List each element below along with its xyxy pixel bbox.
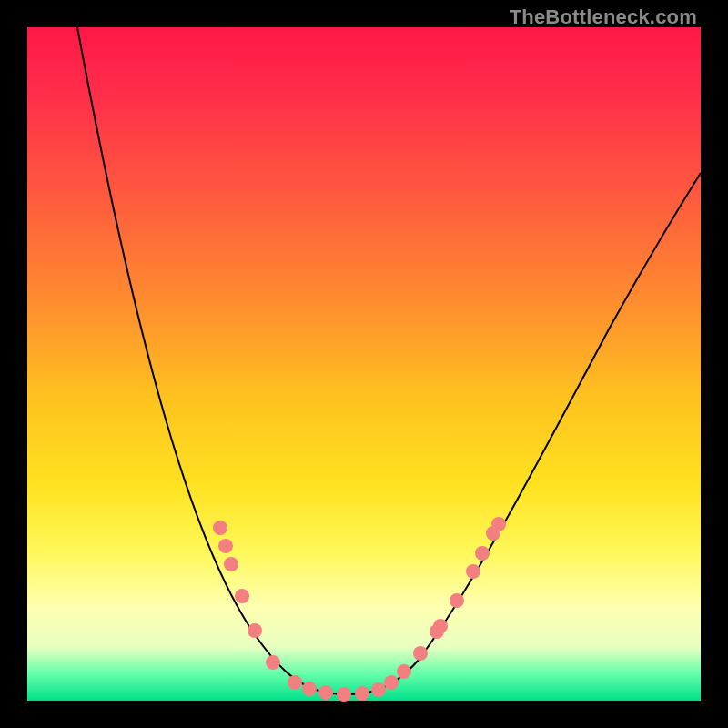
- data-marker: [466, 564, 480, 579]
- data-marker: [475, 546, 490, 561]
- plot-area: [27, 27, 701, 701]
- watermark-text: TheBottleneck.com: [510, 5, 697, 29]
- data-marker: [491, 517, 506, 531]
- data-marker: [213, 521, 228, 535]
- data-marker: [248, 623, 262, 638]
- curve-layer: [27, 27, 701, 701]
- data-marker: [355, 686, 369, 701]
- data-marker: [413, 646, 428, 661]
- data-marker: [302, 682, 317, 696]
- data-marker: [433, 619, 448, 633]
- data-marker: [397, 664, 411, 679]
- data-marker: [288, 675, 302, 690]
- data-marker: [224, 557, 238, 571]
- data-marker: [384, 675, 399, 690]
- data-marker: [318, 685, 333, 700]
- data-marker: [450, 593, 464, 608]
- data-marker: [337, 687, 351, 702]
- data-marker: [218, 539, 233, 553]
- data-marker: [266, 655, 280, 670]
- bottleneck-curve: [77, 27, 701, 694]
- chart-frame: TheBottleneck.com: [0, 0, 728, 728]
- data-marker: [235, 589, 249, 603]
